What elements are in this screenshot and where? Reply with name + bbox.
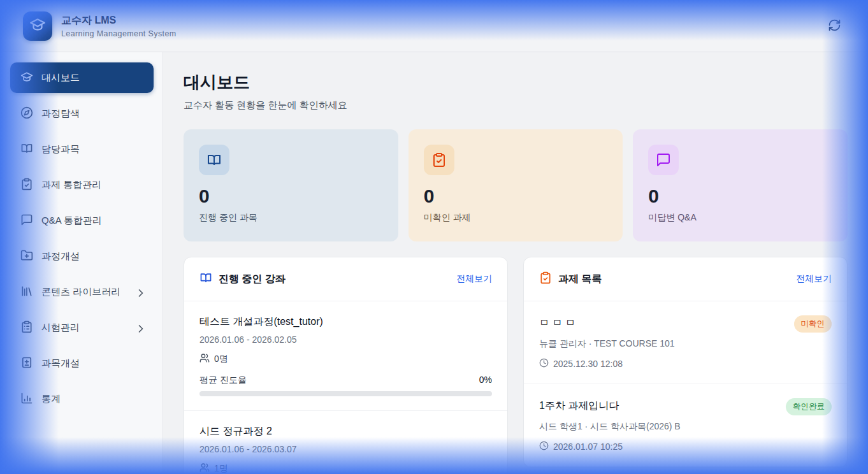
library-icon bbox=[20, 285, 33, 299]
sidebar: 대시보드 과정탐색 담당과목 과제 통합관리 Q&A 통합관리 과정개설 bbox=[0, 52, 163, 474]
bar-chart-icon bbox=[20, 392, 33, 406]
stat-card-unchecked-assignments: 0 미확인 과제 bbox=[409, 129, 623, 241]
graduation-cap-icon bbox=[29, 17, 46, 36]
stat-cards-row: 0 진행 중인 과목 0 미확인 과제 0 미답변 Q&A bbox=[184, 129, 848, 241]
chevron-right-icon bbox=[134, 287, 145, 297]
assignment-time: 2025.12.30 12:08 bbox=[539, 358, 832, 370]
progress-label: 평균 진도율 bbox=[199, 375, 247, 386]
stat-label: 미확인 과제 bbox=[424, 212, 608, 224]
sidebar-item-assignment-management[interactable]: 과제 통합관리 bbox=[10, 169, 154, 200]
stat-label: 진행 중인 과목 bbox=[199, 212, 383, 224]
status-badge: 미확인 bbox=[794, 315, 832, 333]
main-content: 대시보드 교수자 활동 현황을 한눈에 확인하세요 0 진행 중인 과목 0 미… bbox=[163, 52, 868, 474]
course-dates: 2026.01.06 - 2026.02.05 bbox=[199, 334, 492, 345]
course-list-item[interactable]: 시드 정규과정 2 2026.01.06 - 2026.03.07 1명 bbox=[184, 411, 507, 474]
assignment-list-item[interactable]: 1주차 과제입니다 확인완료 시드 학생1 · 시드 학사과목(2026) B … bbox=[524, 384, 847, 467]
refresh-icon bbox=[828, 18, 841, 34]
graduation-cap-icon bbox=[20, 71, 33, 85]
header-titles: 교수자 LMS Learning Management System bbox=[61, 14, 177, 38]
course-title: 테스트 개설과정(test_tutor) bbox=[199, 315, 492, 329]
page-title: 대시보드 bbox=[184, 71, 848, 94]
users-icon bbox=[199, 463, 210, 474]
compass-icon bbox=[20, 106, 33, 121]
stat-card-unanswered-qna: 0 미답변 Q&A bbox=[633, 129, 848, 241]
chevron-right-icon bbox=[134, 322, 145, 333]
panels-row: 진행 중인 강좌 전체보기 테스트 개설과정(test_tutor) 2026.… bbox=[184, 257, 848, 474]
course-list-item[interactable]: 테스트 개설과정(test_tutor) 2026.01.06 - 2026.0… bbox=[184, 301, 507, 411]
assignment-title: ㅁ ㅁ ㅁ bbox=[539, 315, 575, 330]
clipboard-list-icon bbox=[20, 320, 33, 335]
app-subtitle: Learning Management System bbox=[61, 29, 177, 38]
sidebar-item-label: 과목개설 bbox=[41, 357, 145, 370]
sidebar-item-exam-management[interactable]: 시험관리 bbox=[10, 312, 154, 343]
sidebar-item-course-explore[interactable]: 과정탐색 bbox=[10, 98, 154, 129]
course-students: 0명 bbox=[199, 353, 492, 365]
stat-value: 0 bbox=[424, 187, 608, 206]
sidebar-item-dashboard[interactable]: 대시보드 bbox=[10, 62, 154, 93]
assignment-time: 2026.01.07 10:25 bbox=[539, 441, 832, 452]
student-count: 1명 bbox=[214, 463, 228, 474]
sidebar-item-label: 담당과목 bbox=[41, 143, 145, 155]
stat-label: 미답변 Q&A bbox=[648, 212, 832, 224]
assignment-title: 1주차 과제입니다 bbox=[539, 398, 619, 413]
assignment-timestamp: 2025.12.30 12:08 bbox=[553, 359, 623, 369]
sidebar-item-my-subjects[interactable]: 담당과목 bbox=[10, 134, 154, 164]
clipboard-check-icon bbox=[20, 178, 33, 192]
users-icon bbox=[199, 353, 210, 365]
sidebar-item-statistics[interactable]: 통계 bbox=[10, 384, 154, 414]
progress-percent: 0% bbox=[479, 375, 492, 386]
book-open-icon bbox=[199, 271, 212, 287]
app-header: 교수자 LMS Learning Management System bbox=[0, 0, 868, 52]
student-count: 0명 bbox=[214, 354, 228, 365]
sidebar-item-label: 과정개설 bbox=[41, 250, 145, 262]
sidebar-item-label: 통계 bbox=[41, 393, 145, 405]
sidebar-item-qna-management[interactable]: Q&A 통합관리 bbox=[10, 205, 154, 236]
message-square-icon bbox=[20, 213, 33, 228]
course-title: 시드 정규과정 2 bbox=[199, 425, 492, 438]
sidebar-item-label: 시험관리 bbox=[41, 322, 134, 334]
folder-plus-icon bbox=[20, 249, 33, 264]
ongoing-courses-panel: 진행 중인 강좌 전체보기 테스트 개설과정(test_tutor) 2026.… bbox=[184, 257, 508, 474]
view-all-assignments-link[interactable]: 전체보기 bbox=[796, 273, 832, 285]
message-square-icon bbox=[648, 145, 679, 175]
sidebar-item-label: 콘텐츠 라이브러리 bbox=[41, 286, 134, 298]
clipboard-check-icon bbox=[424, 145, 454, 175]
sidebar-item-subject-create[interactable]: 과목개설 bbox=[10, 348, 154, 378]
book-open-icon bbox=[199, 145, 229, 175]
page-subtitle: 교수자 활동 현황을 한눈에 확인하세요 bbox=[184, 99, 848, 111]
sidebar-item-content-library[interactable]: 콘텐츠 라이브러리 bbox=[10, 276, 154, 307]
panel-title: 진행 중인 강좌 bbox=[219, 273, 456, 286]
sidebar-item-label: 대시보드 bbox=[41, 72, 145, 84]
panel-header: 과제 목록 전체보기 bbox=[524, 257, 847, 301]
assignment-timestamp: 2026.01.07 10:25 bbox=[553, 442, 623, 452]
course-students: 1명 bbox=[199, 463, 492, 474]
stat-value: 0 bbox=[199, 187, 383, 206]
book-open-icon bbox=[20, 142, 33, 157]
sidebar-item-label: Q&A 통합관리 bbox=[41, 215, 145, 227]
assignments-panel: 과제 목록 전체보기 ㅁ ㅁ ㅁ 미확인 뉴클 관리자 · TEST COURS… bbox=[523, 257, 848, 468]
stat-card-ongoing-subjects: 0 진행 중인 과목 bbox=[184, 129, 398, 241]
square-plus-icon bbox=[20, 356, 33, 371]
panel-title: 과제 목록 bbox=[558, 273, 796, 286]
app-title: 교수자 LMS bbox=[61, 14, 177, 27]
assignment-list-item[interactable]: ㅁ ㅁ ㅁ 미확인 뉴클 관리자 · TEST COURSE 101 2025.… bbox=[524, 301, 847, 384]
sidebar-item-label: 과정탐색 bbox=[41, 108, 145, 120]
course-dates: 2026.01.06 - 2026.03.07 bbox=[199, 444, 492, 454]
sidebar-item-course-create[interactable]: 과정개설 bbox=[10, 241, 154, 271]
stat-value: 0 bbox=[648, 187, 832, 206]
progress-bar bbox=[199, 391, 492, 396]
view-all-courses-link[interactable]: 전체보기 bbox=[456, 273, 492, 285]
refresh-button[interactable] bbox=[823, 15, 845, 37]
progress-row: 평균 진도율 0% bbox=[199, 375, 492, 386]
app-window: 교수자 LMS Learning Management System 대시보드 … bbox=[0, 0, 868, 474]
assignment-meta: 뉴클 관리자 · TEST COURSE 101 bbox=[539, 338, 832, 350]
clipboard-check-icon bbox=[539, 271, 552, 287]
panel-header: 진행 중인 강좌 전체보기 bbox=[184, 257, 507, 301]
assignment-meta: 시드 학생1 · 시드 학사과목(2026) B bbox=[539, 421, 832, 433]
app-logo bbox=[23, 11, 52, 41]
status-badge: 확인완료 bbox=[786, 398, 832, 415]
clock-icon bbox=[539, 358, 549, 370]
clock-icon bbox=[539, 441, 549, 452]
sidebar-item-label: 과제 통합관리 bbox=[41, 179, 145, 191]
